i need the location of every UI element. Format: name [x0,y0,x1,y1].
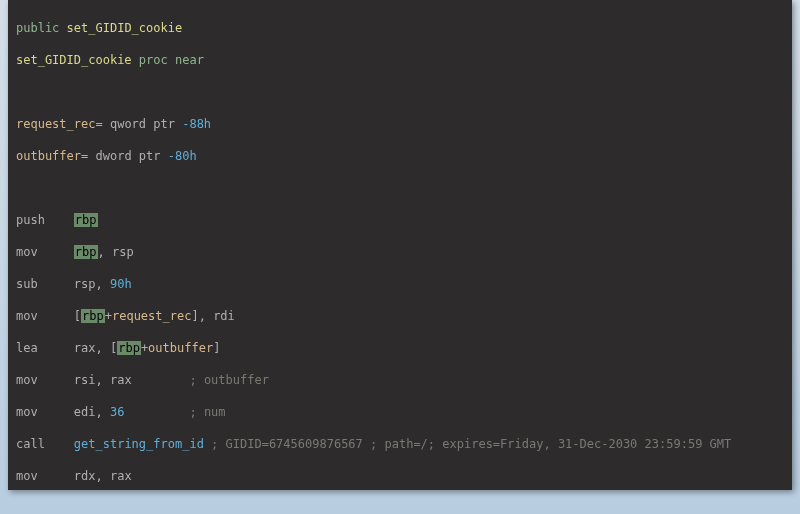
var-name: outbuffer [16,149,81,163]
asm-line: push rbp [16,212,784,228]
asm-line: mov [rbp+request_rec], rdi [16,308,784,324]
disassembly-panel: public set_GIDID_cookie set_GIDID_cookie… [8,0,792,490]
var-decl: outbuffer= dword ptr -80h [16,148,784,164]
var-decl: request_rec= qword ptr -88h [16,116,784,132]
proc-name: set_GIDID_cookie [67,21,183,35]
comment: ; outbuffer [189,373,268,387]
comment: ; num [189,405,225,419]
asm-line: mov rdx, rax [16,468,784,484]
line-public: public set_GIDID_cookie [16,20,784,36]
var-name: request_rec [16,117,95,131]
asm-line: sub rsp, 90h [16,276,784,292]
var-offset: -80h [168,149,197,163]
proc-name: set_GIDID_cookie [16,53,132,67]
asm-line: mov edi, 36 ; num [16,404,784,420]
asm-line: call get_string_from_id ; GIDID=67456098… [16,436,784,452]
blank-line [16,180,784,196]
register: rbp [74,245,98,259]
var-def: = qword ptr [95,117,182,131]
keyword-proc: proc near [139,53,204,67]
asm-line: lea rax, [rbp+outbuffer] [16,340,784,356]
blank-line [16,84,784,100]
keyword-public: public [16,21,59,35]
asm-line: mov rbp, rsp [16,244,784,260]
register: rbp [74,213,98,227]
var-offset: -88h [182,117,211,131]
call-target: get_string_from_id [74,437,204,451]
asm-line: mov rsi, rax ; outbuffer [16,372,784,388]
code-block: public set_GIDID_cookie set_GIDID_cookie… [8,0,792,490]
var-def: = dword ptr [81,149,168,163]
line-proc: set_GIDID_cookie proc near [16,52,784,68]
comment: ; GIDID=6745609876567 ; path=/; expires=… [211,437,731,451]
